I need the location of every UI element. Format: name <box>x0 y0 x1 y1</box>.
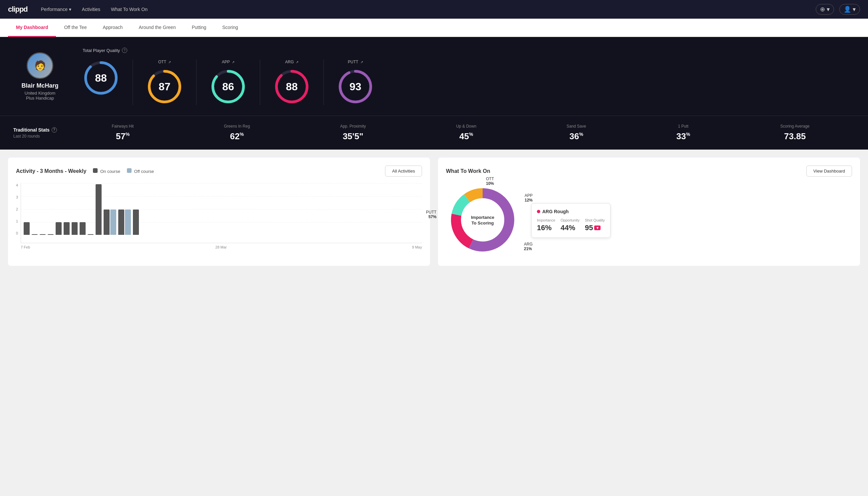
work-on-panel: What To Work On View Dashboard OTT 10% A… <box>438 158 860 266</box>
trad-items: Fairways Hit 57% Greens In Reg 62% App. … <box>67 124 855 142</box>
bar-13 <box>133 210 139 235</box>
quality-help-icon[interactable]: ? <box>122 48 127 53</box>
add-button[interactable]: ⊕ ▾ <box>816 4 834 15</box>
nav-performance[interactable]: Performance ▾ <box>41 7 71 12</box>
logo-text: clippd <box>8 5 28 13</box>
shot-quality-badge: ▼ <box>594 226 601 230</box>
arg-label: ARG <box>285 60 298 64</box>
tooltip-title: ARG Rough <box>537 209 605 214</box>
bar-12 <box>118 210 131 235</box>
chart-bars <box>21 183 422 243</box>
quality-title: Total Player Quality ? <box>83 48 855 53</box>
x-label-mar: 28 Mar <box>216 245 227 249</box>
metric-opportunity: Opportunity 44% <box>561 218 580 232</box>
tab-scoring[interactable]: Scoring <box>214 19 246 37</box>
arg-value: 88 <box>286 81 298 93</box>
trad-label: Traditional Stats ? Last 20 rounds <box>13 127 67 139</box>
dashboard-header: 🧑 Blair McHarg United Kingdom Plus Handi… <box>0 37 868 115</box>
all-activities-button[interactable]: All Activities <box>385 166 422 176</box>
quality-total: 88 <box>83 60 133 105</box>
arg-donut-label: ARG 21% <box>524 242 533 251</box>
stat-sand-save: Sand Save 36% <box>567 124 586 142</box>
x-label-may: 9 May <box>412 245 422 249</box>
view-dashboard-button[interactable]: View Dashboard <box>806 166 852 176</box>
traditional-stats: Traditional Stats ? Last 20 rounds Fairw… <box>0 115 868 150</box>
stat-app-proximity: App. Proximity 35'5" <box>340 124 366 142</box>
putt-trend-icon <box>360 60 363 64</box>
total-value: 88 <box>95 72 107 84</box>
ott-label: OTT <box>158 60 171 64</box>
tabs-bar: My Dashboard Off the Tee Approach Around… <box>0 19 868 37</box>
bottom-panels: Activity - 3 Months - Weekly On course O… <box>0 150 868 274</box>
stat-scoring-average: Scoring Average 73.85 <box>780 124 810 142</box>
trad-title: Traditional Stats ? <box>13 127 67 133</box>
bar-2 <box>32 234 38 235</box>
app-trend-icon <box>231 60 235 64</box>
work-on-title: What To Work On <box>446 168 490 174</box>
tab-my-dashboard[interactable]: My Dashboard <box>8 19 56 37</box>
stat-fairways-hit: Fairways Hit 57% <box>112 124 133 142</box>
ott-circle: 87 <box>146 68 183 105</box>
stat-greens-in-reg: Greens In Reg 62% <box>224 124 250 142</box>
trad-help-icon[interactable]: ? <box>52 127 57 133</box>
arg-trend-icon <box>295 60 298 64</box>
activity-chart: 4 3 2 1 0 <box>16 183 422 249</box>
app-label: APP <box>222 60 235 64</box>
top-navigation: clippd Performance ▾ Activities What To … <box>0 0 868 19</box>
bar-8 <box>80 222 85 235</box>
y-label-1: 1 <box>16 219 18 223</box>
ott-donut-label: OTT 10% <box>486 176 494 186</box>
tab-off-the-tee[interactable]: Off the Tee <box>56 19 95 37</box>
trad-subtitle: Last 20 rounds <box>13 134 67 139</box>
tooltip-card: ARG Rough Importance 16% Opportunity 44%… <box>531 203 611 238</box>
metric-importance: Importance 16% <box>537 218 555 232</box>
bar-3 <box>40 234 46 235</box>
work-on-panel-header: What To Work On View Dashboard <box>446 166 852 176</box>
activity-panel-title: Activity - 3 Months - Weekly <box>16 168 86 174</box>
donut-center-label: ImportanceTo Scoring <box>471 215 494 226</box>
bar-6 <box>64 222 69 235</box>
activity-panel-header: Activity - 3 Months - Weekly On course O… <box>16 166 422 176</box>
user-button[interactable]: 👤 ▾ <box>839 4 860 15</box>
y-label-3: 3 <box>16 195 18 199</box>
nav-what-to-work-on[interactable]: What To Work On <box>111 7 147 12</box>
putt-label: PUTT <box>348 60 363 64</box>
bar-on-1 <box>23 222 30 235</box>
app-circle: 86 <box>210 68 247 105</box>
tab-approach[interactable]: Approach <box>95 19 130 37</box>
legend-off-course-dot <box>127 168 131 173</box>
quality-arg: ARG 88 <box>260 60 324 105</box>
player-name: Blair McHarg <box>21 82 58 89</box>
avatar: 🧑 <box>27 52 53 79</box>
bar-9 <box>88 234 94 235</box>
logo[interactable]: clippd <box>8 5 28 14</box>
arg-circle: 88 <box>273 68 310 105</box>
tab-putting[interactable]: Putting <box>184 19 215 37</box>
putt-donut-label: PUTT 57% <box>426 210 436 219</box>
player-info: 🧑 Blair McHarg United Kingdom Plus Handi… <box>13 52 67 100</box>
tooltip-dot <box>537 210 540 213</box>
quality-app: APP 86 <box>196 60 260 105</box>
quality-circles: 88 OTT 87 APP <box>83 60 855 105</box>
ott-value: 87 <box>159 81 171 93</box>
ott-trend-icon <box>168 60 171 64</box>
donut-chart-container: OTT 10% APP 12% ARG 21% PUTT 57% <box>446 183 519 258</box>
quality-section: Total Player Quality ? 88 OTT <box>83 48 855 105</box>
bar-4 <box>48 234 53 235</box>
x-label-feb: 7 Feb <box>21 245 30 249</box>
player-handicap: Plus Handicap <box>26 96 54 100</box>
y-label-0: 0 <box>16 231 18 235</box>
tooltip-metrics: Importance 16% Opportunity 44% Shot Qual… <box>537 218 605 232</box>
nav-activities[interactable]: Activities <box>82 7 100 12</box>
putt-circle: 93 <box>337 68 374 105</box>
stat-up-down: Up & Down 45% <box>456 124 476 142</box>
legend-off-course: Off course <box>127 168 154 174</box>
player-country: United Kingdom <box>25 91 56 96</box>
legend-on-course-dot <box>93 168 98 173</box>
y-label-2: 2 <box>16 207 18 211</box>
legend-on-course: On course <box>93 168 120 174</box>
donut-section: OTT 10% APP 12% ARG 21% PUTT 57% <box>446 183 852 258</box>
tab-around-the-green[interactable]: Around the Green <box>130 19 184 37</box>
total-circle: 88 <box>83 60 119 96</box>
activity-panel: Activity - 3 Months - Weekly On course O… <box>8 158 430 266</box>
